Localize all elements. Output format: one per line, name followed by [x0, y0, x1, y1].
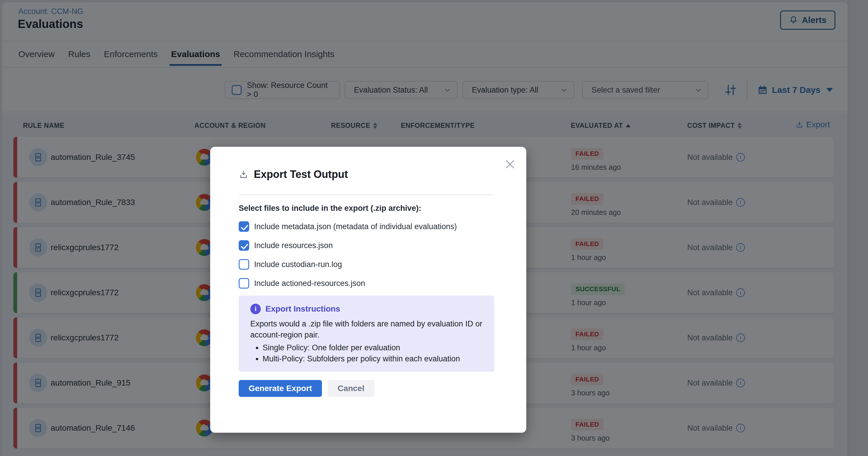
- checkbox-label: Include metadata.json (metadata of indiv…: [254, 222, 457, 231]
- instructions-bullet: Multi-Policy: Subfolders per policy with…: [262, 353, 483, 364]
- checkbox-label: Include custodian-run.log: [254, 260, 342, 269]
- export-test-output-modal: Export Test Output Select files to inclu…: [210, 147, 526, 433]
- modal-title: Export Test Output: [254, 168, 348, 181]
- cancel-button[interactable]: Cancel: [328, 380, 374, 397]
- download-icon: [239, 170, 249, 179]
- checkbox[interactable]: [239, 259, 249, 270]
- instructions-title: Export Instructions: [266, 304, 340, 314]
- checkbox-label: Include actioned-resources.json: [254, 279, 365, 288]
- export-option[interactable]: Include custodian-run.log: [239, 259, 494, 270]
- checkbox[interactable]: [239, 221, 249, 232]
- export-option[interactable]: Include metadata.json (metadata of indiv…: [239, 221, 494, 232]
- instructions-bullet: Single Policy: One folder per evaluation: [262, 342, 483, 353]
- export-options: Include metadata.json (metadata of indiv…: [239, 221, 494, 288]
- instructions-list: Single Policy: One folder per evaluation…: [250, 342, 483, 364]
- info-bubble-icon: [250, 304, 261, 314]
- export-option[interactable]: Include actioned-resources.json: [239, 278, 494, 288]
- instructions-body: Exports would a .zip file with folders a…: [250, 318, 483, 340]
- close-icon[interactable]: [504, 158, 516, 170]
- checkbox[interactable]: [239, 278, 249, 288]
- export-option[interactable]: Include resources.json: [239, 240, 494, 251]
- modal-divider: [239, 194, 494, 195]
- select-files-label: Select files to include in the export (.…: [239, 204, 494, 213]
- export-instructions-box: Export Instructions Exports would a .zip…: [239, 296, 494, 372]
- generate-export-button[interactable]: Generate Export: [239, 380, 322, 397]
- checkbox-label: Include resources.json: [254, 241, 333, 250]
- checkbox[interactable]: [239, 240, 249, 251]
